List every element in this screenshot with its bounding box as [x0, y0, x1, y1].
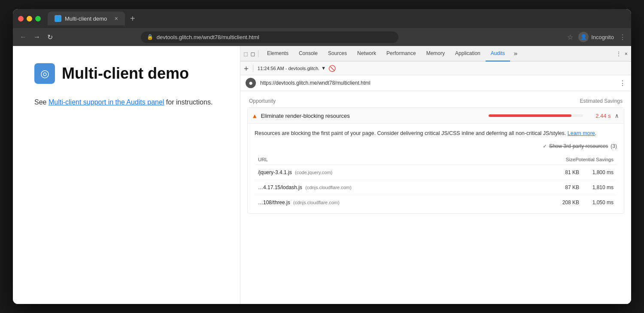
resource-size-0: 81 KB — [549, 169, 579, 175]
detail-description: Resources are blocking the first paint o… — [255, 129, 617, 138]
traffic-lights — [18, 16, 41, 21]
element-picker-icon[interactable]: ⬚ — [244, 50, 247, 57]
tab-performance[interactable]: Performance — [381, 46, 421, 61]
opportunity-row: ▲ Eliminate render-blocking resources 2.… — [247, 107, 624, 214]
opportunity-header: Opportunity Estimated Savings — [247, 98, 624, 107]
resource-size-1: 87 KB — [549, 184, 579, 190]
opportunity-details: Resources are blocking the first paint o… — [248, 123, 624, 213]
tab-sources[interactable]: Sources — [323, 46, 352, 61]
learn-more-link[interactable]: Learn more — [568, 130, 595, 136]
third-party-checkbox[interactable]: ✓ — [543, 143, 547, 149]
browser-menu-button[interactable]: ⋮ — [619, 33, 626, 41]
table-row: /jquery-3.4.1.js (code.jquery.com) 81 KB… — [255, 165, 617, 180]
resources-header: URL Size Potential Savings — [255, 154, 617, 165]
device-toolbar-icon[interactable]: □ — [251, 50, 254, 57]
audit-url-avatar: ● — [246, 78, 256, 88]
browser-toolbar-right: ☆ 👤 Incognito ⋮ — [567, 32, 626, 42]
resource-savings-1: 1,810 ms — [579, 184, 614, 190]
page-description: See Multi-client support in the Audits p… — [34, 97, 219, 108]
devtools-panel: ⬚ □ Elements Console Sources Network Per… — [240, 46, 631, 304]
devtools-close-icon[interactable]: × — [625, 51, 628, 57]
incognito-badge: 👤 Incognito — [578, 32, 614, 42]
devtools-tabs: ⬚ □ Elements Console Sources Network Per… — [240, 46, 631, 61]
third-party-label: Show 3rd-party resources — [549, 143, 608, 149]
table-row: …108/three.js (cdnjs.cloudflare.com) 208… — [255, 195, 617, 210]
back-button[interactable]: ← — [18, 32, 28, 42]
devtools-toolbar: + 11:24:56 AM - devtools.glitch. ▼ 🚫 — [240, 61, 631, 75]
page-content: ◎ Multi-client demo See Multi-client sup… — [13, 46, 240, 304]
page-logo: ◎ — [34, 63, 55, 84]
traffic-light-maximize[interactable] — [35, 16, 41, 21]
avatar-icon: ● — [249, 80, 252, 86]
audit-url-display: https://devtools.glitch.me/wndt78/multic… — [260, 80, 615, 86]
tab-close-button[interactable]: × — [115, 15, 118, 22]
audit-dropdown[interactable]: ▼ — [322, 65, 325, 71]
devtools-tab-icons: ⬚ □ — [244, 50, 258, 57]
incognito-avatar: 👤 — [578, 32, 589, 42]
resource-size-2: 208 KB — [549, 199, 579, 206]
opportunity-title-row[interactable]: ▲ Eliminate render-blocking resources 2.… — [248, 108, 624, 123]
table-row: …4.17.15/lodash.js (cdnjs.cloudflare.com… — [255, 180, 617, 195]
bookmark-icon[interactable]: ☆ — [567, 33, 573, 41]
savings-col-header: Potential Savings — [575, 157, 614, 162]
devtools-tab-actions: ⋮ × — [616, 51, 628, 57]
devtools-more-icon[interactable]: ⋮ — [616, 51, 621, 57]
browser-window: 🌐 Multi-client demo × + ← → ↻ 🔒 devtools… — [13, 9, 631, 304]
resource-url-2: …108/three.js (cdnjs.cloudflare.com) — [258, 199, 549, 206]
tab-title: Multi-client demo — [65, 15, 107, 22]
url-col-header: URL — [258, 157, 545, 162]
size-col-header: Size — [545, 157, 575, 162]
tab-bar: 🌐 Multi-client demo × + — [48, 12, 626, 25]
audit-url-more[interactable]: ⋮ — [619, 79, 626, 87]
opportunity-name: Eliminate render-blocking resources — [261, 113, 484, 119]
page-title: Multi-client demo — [62, 64, 189, 83]
traffic-light-close[interactable] — [18, 16, 24, 21]
url-field[interactable]: 🔒 devtools.glitch.me/wndt78/multiclient.… — [141, 31, 398, 43]
reload-button[interactable]: ↻ — [46, 32, 55, 42]
url-text: devtools.glitch.me/wndt78/multiclient.ht… — [157, 34, 259, 40]
audit-clear-button[interactable]: 🚫 — [328, 65, 336, 72]
audits-add-button[interactable]: + — [244, 64, 249, 72]
forward-button[interactable]: → — [32, 32, 42, 42]
tab-network[interactable]: Network — [352, 46, 381, 61]
logo-icon: ◎ — [40, 68, 49, 80]
savings-progress-bar — [489, 114, 583, 117]
third-party-row: ✓ Show 3rd-party resources (3) — [255, 143, 617, 149]
opportunity-col-label: Opportunity — [249, 98, 276, 104]
tab-favicon: 🌐 — [55, 15, 61, 22]
resource-url-0: /jquery-3.4.1.js (code.jquery.com) — [258, 169, 549, 175]
estimated-savings-col-label: Estimated Savings — [580, 98, 623, 104]
resource-savings-0: 1,800 ms — [579, 169, 614, 175]
url-row: ● https://devtools.glitch.me/wndt78/mult… — [240, 75, 631, 91]
description-before: See — [34, 98, 49, 106]
tab-elements[interactable]: Elements — [262, 46, 294, 61]
tab-application[interactable]: Application — [450, 46, 486, 61]
more-tabs-button[interactable]: » — [510, 49, 521, 58]
tab-console[interactable]: Console — [294, 46, 323, 61]
audits-content: Opportunity Estimated Savings ▲ Eliminat… — [240, 91, 631, 304]
tab-audits[interactable]: Audits — [486, 46, 510, 61]
audit-timestamp: 11:24:56 AM - devtools.glitch. — [258, 66, 319, 71]
lock-icon: 🔒 — [147, 34, 153, 40]
resources-table: URL Size Potential Savings /jquery-3.4.1… — [255, 154, 617, 210]
page-header: ◎ Multi-client demo — [34, 63, 219, 84]
main-area: ◎ Multi-client demo See Multi-client sup… — [13, 46, 631, 304]
warning-icon: ▲ — [253, 112, 256, 119]
toolbar-divider — [253, 65, 253, 72]
savings-time: 2.44 s — [587, 113, 611, 119]
description-link[interactable]: Multi-client support in the Audits panel — [49, 98, 164, 106]
browser-tab[interactable]: 🌐 Multi-client demo × — [48, 12, 125, 25]
traffic-light-minimize[interactable] — [27, 16, 32, 21]
new-tab-button[interactable]: + — [127, 12, 139, 25]
savings-progress-fill — [489, 114, 572, 117]
url-full: devtools.glitch.me/wndt78/multiclient.ht… — [157, 34, 259, 40]
title-bar: 🌐 Multi-client demo × + — [13, 9, 631, 28]
resource-savings-2: 1,050 ms — [579, 199, 614, 206]
tab-memory[interactable]: Memory — [421, 46, 450, 61]
address-bar: ← → ↻ 🔒 devtools.glitch.me/wndt78/multic… — [13, 28, 631, 46]
resource-url-1: …4.17.15/lodash.js (cdnjs.cloudflare.com… — [258, 184, 549, 190]
expand-icon[interactable]: ∧ — [615, 112, 619, 119]
incognito-label: Incognito — [591, 34, 614, 40]
third-party-count: (3) — [611, 143, 617, 149]
description-after: for instructions. — [164, 98, 213, 106]
